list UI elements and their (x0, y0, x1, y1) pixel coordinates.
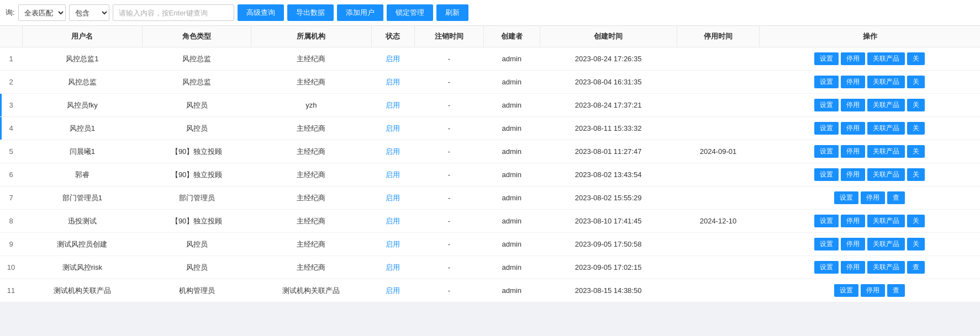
action-button-关[interactable]: 关 (907, 76, 925, 88)
action-button-停用[interactable]: 停用 (841, 122, 865, 135)
lock-manage-button[interactable]: 锁定管理 (387, 4, 433, 21)
action-button-设置[interactable]: 设置 (814, 168, 839, 181)
action-button-关[interactable]: 关 (907, 99, 925, 111)
cell-cancel-time: - (414, 186, 483, 210)
cell-actions: 设置停用查 (760, 279, 980, 302)
cell-stop-time (677, 117, 760, 140)
cell-cancel-time: - (414, 256, 483, 279)
action-button-关联产品[interactable]: 关联产品 (867, 99, 905, 111)
action-button-设置[interactable]: 设置 (814, 145, 839, 158)
action-button-关联产品[interactable]: 关联产品 (867, 76, 905, 88)
cell-cancel-time: - (414, 71, 483, 94)
cell-creator: admin (483, 163, 540, 186)
refresh-button[interactable]: 刷新 (436, 4, 468, 21)
action-button-停用[interactable]: 停用 (841, 168, 865, 181)
cell-role: 【90】独立投顾 (143, 140, 251, 163)
action-button-关联产品[interactable]: 关联产品 (867, 261, 905, 274)
cell-role: 机构管理员 (143, 279, 251, 302)
action-button-停用[interactable]: 停用 (841, 76, 865, 88)
cell-create-time: 2023-09-05 17:50:58 (540, 233, 677, 256)
action-button-关[interactable]: 关 (907, 145, 925, 158)
cell-status: 启用 (371, 279, 414, 302)
cell-org: 主经纪商 (251, 233, 372, 256)
action-button-关联产品[interactable]: 关联产品 (867, 122, 905, 135)
cell-org: 测试机构关联产品 (251, 279, 372, 302)
cell-cancel-time: - (414, 47, 483, 71)
action-button-关[interactable]: 关 (907, 238, 925, 250)
action-button-关[interactable]: 关 (907, 168, 925, 181)
action-button-停用[interactable]: 停用 (841, 145, 865, 158)
action-button-停用[interactable]: 停用 (841, 261, 865, 274)
cell-stop-time (677, 71, 760, 94)
cell-org: 主经纪商 (251, 71, 372, 94)
advanced-query-button[interactable]: 高级查询 (238, 4, 284, 21)
cell-creator: admin (483, 186, 540, 210)
action-button-停用[interactable]: 停用 (841, 215, 865, 227)
cell-create-time: 2023-08-01 11:27:47 (540, 140, 677, 163)
col-org: 所属机构 (251, 26, 372, 47)
action-button-关联产品[interactable]: 关联产品 (867, 145, 905, 158)
action-button-设置[interactable]: 设置 (834, 284, 858, 297)
action-button-停用[interactable]: 停用 (841, 238, 865, 250)
action-button-设置[interactable]: 设置 (814, 261, 839, 274)
action-button-停用[interactable]: 停用 (841, 52, 865, 65)
action-button-查[interactable]: 查 (907, 261, 925, 274)
table-row: 6 郭睿 【90】独立投顾 主经纪商 启用 - admin 2023-08-02… (0, 163, 980, 186)
action-button-关联产品[interactable]: 关联产品 (867, 215, 905, 227)
cell-stop-time (677, 94, 760, 117)
cell-status: 启用 (371, 94, 414, 117)
cell-username: 风控员1 (22, 117, 143, 140)
action-button-查[interactable]: 查 (887, 191, 905, 204)
cell-creator: admin (483, 210, 540, 233)
table-row: 3 风控员fky 风控员 yzh 启用 - admin 2023-08-24 1… (0, 94, 980, 117)
action-button-设置[interactable]: 设置 (834, 191, 858, 204)
action-button-关[interactable]: 关 (907, 122, 925, 135)
cell-actions: 设置停用关联产品查 (760, 256, 980, 279)
cell-status: 启用 (371, 47, 414, 71)
cell-role: 部门管理员 (143, 186, 251, 210)
row-num: 11 (0, 279, 22, 302)
action-button-设置[interactable]: 设置 (814, 215, 839, 227)
action-button-关[interactable]: 关 (907, 215, 925, 227)
col-role: 角色类型 (143, 26, 251, 47)
row-num: 6 (0, 163, 22, 186)
action-button-设置[interactable]: 设置 (814, 52, 839, 65)
action-button-查[interactable]: 查 (887, 284, 905, 297)
cell-role: 【90】独立投顾 (143, 210, 251, 233)
cell-org: 主经纪商 (251, 140, 372, 163)
cell-status: 启用 (371, 210, 414, 233)
row-num: 1 (0, 47, 22, 71)
cell-actions: 设置停用关联产品关 (760, 140, 980, 163)
action-button-设置[interactable]: 设置 (814, 122, 839, 135)
action-button-设置[interactable]: 设置 (814, 76, 839, 88)
cell-cancel-time: - (414, 163, 483, 186)
match-select[interactable]: 全表匹配 模糊匹配 精确匹配 (18, 4, 66, 21)
search-input[interactable] (113, 4, 234, 21)
action-button-关联产品[interactable]: 关联产品 (867, 168, 905, 181)
col-stop-time: 停用时间 (677, 26, 760, 47)
cell-actions: 设置停用关联产品关 (760, 163, 980, 186)
table-header-row: 用户名 角色类型 所属机构 状态 注销时间 创建者 创建时间 停用时间 操作 (0, 26, 980, 47)
cell-creator: admin (483, 47, 540, 71)
row-num: 5 (0, 140, 22, 163)
cell-username: 闫晨曦1 (22, 140, 143, 163)
action-button-关联产品[interactable]: 关联产品 (867, 238, 905, 250)
action-button-停用[interactable]: 停用 (861, 284, 885, 297)
contain-select[interactable]: 包含 不包含 (69, 4, 109, 21)
cell-stop-time (677, 256, 760, 279)
action-button-关[interactable]: 关 (907, 52, 925, 65)
action-button-停用[interactable]: 停用 (841, 99, 865, 111)
cell-actions: 设置停用关联产品关 (760, 47, 980, 71)
export-data-button[interactable]: 导出数据 (287, 4, 334, 21)
add-user-button[interactable]: 添加用户 (337, 4, 383, 21)
cell-status: 启用 (371, 140, 414, 163)
cell-creator: admin (483, 94, 540, 117)
action-button-设置[interactable]: 设置 (814, 99, 839, 111)
cell-stop-time (677, 233, 760, 256)
action-button-停用[interactable]: 停用 (861, 191, 885, 204)
user-table: 用户名 角色类型 所属机构 状态 注销时间 创建者 创建时间 停用时间 操作 1… (0, 26, 980, 302)
cell-org: 主经纪商 (251, 186, 372, 210)
action-button-设置[interactable]: 设置 (814, 238, 839, 250)
cell-username: 部门管理员1 (22, 186, 143, 210)
action-button-关联产品[interactable]: 关联产品 (867, 52, 905, 65)
